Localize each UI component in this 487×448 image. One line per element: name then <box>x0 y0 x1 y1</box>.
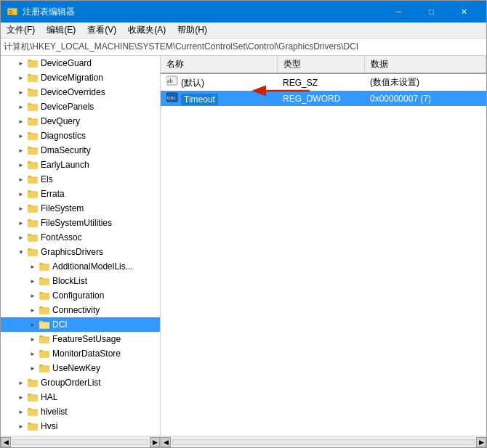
expand-btn-hivelist[interactable]: ► <box>15 406 27 418</box>
tree-label-devicemigration: DeviceMigration <box>41 73 103 83</box>
folder-icon-errata <box>27 188 39 200</box>
tree-label-errata: Errata <box>41 189 65 199</box>
tree-item-earlylaunch[interactable]: ► EarlyLaunch <box>1 158 160 172</box>
folder-icon-graphicsdrivers <box>27 246 39 258</box>
expand-btn-hal[interactable]: ► <box>15 391 27 403</box>
cell-type-0: REG_SZ <box>277 73 364 91</box>
tree-item-errata[interactable]: ► Errata <box>1 187 160 201</box>
expand-btn-diagnostics[interactable]: ► <box>15 130 27 142</box>
menu-edit[interactable]: 编辑(E) <box>41 23 81 38</box>
expand-btn-filesystemutilities[interactable]: ► <box>15 217 27 229</box>
tree-item-additionalmodellist[interactable]: ► AdditionalModelLis... <box>1 259 160 274</box>
right-hscroll[interactable]: ◀ ▶ <box>161 436 486 447</box>
close-button[interactable]: ✕ <box>448 1 480 23</box>
expand-btn-devicemigration[interactable]: ► <box>15 72 27 84</box>
expand-btn-errata[interactable]: ► <box>15 188 27 200</box>
tree-label-usenewkey: UseNewKey <box>52 363 100 373</box>
tree-item-hal[interactable]: ► HAL <box>1 390 160 404</box>
expand-btn-filesystem[interactable]: ► <box>15 203 27 214</box>
tree-item-configuration[interactable]: ► Configuration <box>1 288 160 303</box>
tree-label-featuresetusage: FeatureSetUsage <box>52 334 121 344</box>
menu-file[interactable]: 文件(F) <box>1 23 41 38</box>
tree-label-configuration: Configuration <box>52 290 104 301</box>
tree-item-monitordatastore[interactable]: ► MonitorDataStore <box>1 346 160 361</box>
expand-btn-deviceguard[interactable]: ► <box>15 57 27 69</box>
tree-item-connectivity[interactable]: ► Connectivity <box>1 303 160 317</box>
tree-item-devicemigration[interactable]: ► DeviceMigration <box>1 70 160 85</box>
maximize-button[interactable]: □ <box>415 1 448 23</box>
tree-label-hvsi: Hvsi <box>41 421 57 431</box>
expand-btn-connectivity[interactable]: ► <box>27 304 39 316</box>
expand-btn-devquery[interactable]: ► <box>15 115 27 127</box>
tree-item-usenewkey[interactable]: ► UseNewKey <box>1 361 160 375</box>
scroll-left-btn2[interactable]: ◀ <box>161 437 171 447</box>
menu-view[interactable]: 查看(V) <box>81 23 122 38</box>
expand-btn-devicepanels[interactable]: ► <box>15 101 27 113</box>
folder-icon-grouporderlist <box>27 377 39 388</box>
registry-row-0[interactable]: ab(默认)REG_SZ(数值未设置) <box>161 73 486 91</box>
expand-btn-additionalmodellist[interactable]: ► <box>27 261 39 272</box>
tree-item-dmasecurity[interactable]: ► DmaSecurity <box>1 143 160 158</box>
expand-btn-dmasecurity[interactable]: ► <box>15 144 27 156</box>
tree-item-devicepanels[interactable]: ► DevicePanels <box>1 99 160 114</box>
tree-item-grouporderlist[interactable]: ► GroupOrderList <box>1 375 160 390</box>
registry-row-1[interactable]: 010TimeoutREG_DWORD0x00000007 (7) <box>161 91 486 106</box>
tree-panel[interactable]: ► DeviceGuard► DeviceMigration► DeviceOv… <box>1 56 161 436</box>
expand-btn-grouporderlist[interactable]: ► <box>15 377 27 388</box>
expand-btn-fontassoc[interactable]: ► <box>15 232 27 243</box>
tree-label-els: Els <box>41 174 53 184</box>
col-type[interactable]: 类型 <box>277 56 364 73</box>
col-data[interactable]: 数据 <box>364 56 486 73</box>
tree-label-diagnostics: Diagnostics <box>41 131 86 141</box>
expand-btn-monitordatastore[interactable]: ► <box>27 348 39 359</box>
expand-btn-deviceoverrides[interactable]: ► <box>15 86 27 98</box>
expand-btn-configuration[interactable]: ► <box>27 290 39 301</box>
tree-label-blocklist: BlockList <box>52 276 87 286</box>
tree-label-monitordatastore: MonitorDataStore <box>52 349 121 359</box>
tree-item-deviceguard[interactable]: ► DeviceGuard <box>1 56 160 70</box>
tree-label-hivelist: hivelist <box>41 407 68 417</box>
expand-btn-blocklist[interactable]: ► <box>27 275 39 287</box>
expand-btn-dci[interactable]: ► <box>27 319 39 330</box>
col-name[interactable]: 名称 <box>161 56 277 73</box>
right-scrollbar-track[interactable] <box>172 439 475 445</box>
left-hscroll[interactable]: ◀ ▶ <box>1 436 161 447</box>
tree-item-devquery[interactable]: ► DevQuery <box>1 114 160 129</box>
tree-label-fontassoc: FontAssoc <box>41 232 82 243</box>
tree-label-earlylaunch: EarlyLaunch <box>41 160 89 170</box>
left-scrollbar-track[interactable] <box>12 439 148 445</box>
tree-item-dci[interactable]: ► DCI <box>1 317 160 332</box>
tree-item-filesystem[interactable]: ► FileSystem <box>1 201 160 216</box>
expand-btn-els[interactable]: ► <box>15 174 27 185</box>
tree-item-featuresetusage[interactable]: ► FeatureSetUsage <box>1 332 160 346</box>
expand-btn-earlylaunch[interactable]: ► <box>15 159 27 171</box>
horizontal-scrollbar[interactable]: ◀ ▶ ◀ ▶ <box>1 436 486 447</box>
expand-btn-hvsi[interactable]: ► <box>15 420 27 432</box>
registry-values-panel[interactable]: 名称 类型 数据 ab(默认)REG_SZ(数值未设置)010TimeoutRE… <box>161 56 486 436</box>
expand-btn-usenewkey[interactable]: ► <box>27 362 39 374</box>
menu-help[interactable]: 帮助(H) <box>172 23 213 38</box>
scroll-left-btn[interactable]: ◀ <box>1 437 11 447</box>
folder-icon-hivelist <box>27 406 39 418</box>
tree-item-deviceoverrides[interactable]: ► DeviceOverrides <box>1 85 160 99</box>
right-panel-wrapper: 名称 类型 数据 ab(默认)REG_SZ(数值未设置)010TimeoutRE… <box>161 56 486 436</box>
registry-tbody: ab(默认)REG_SZ(数值未设置)010TimeoutREG_DWORD0x… <box>161 73 486 106</box>
tree-item-els[interactable]: ► Els <box>1 172 160 187</box>
expand-btn-featuresetusage[interactable]: ► <box>27 333 39 345</box>
title-bar: 注册表编辑器 ─ □ ✕ <box>1 1 486 23</box>
expand-btn-graphicsdrivers[interactable]: ▼ <box>15 246 27 258</box>
menu-bar: 文件(F) 编辑(E) 查看(V) 收藏夹(A) 帮助(H) <box>1 23 486 38</box>
tree-label-graphicsdrivers: GraphicsDrivers <box>41 247 103 257</box>
scroll-right-btn2[interactable]: ▶ <box>476 437 486 447</box>
tree-item-graphicsdrivers[interactable]: ▼ GraphicsDrivers <box>1 245 160 259</box>
minimize-button[interactable]: ─ <box>382 1 415 23</box>
tree-item-blocklist[interactable]: ► BlockList <box>1 274 160 288</box>
scroll-right-btn[interactable]: ▶ <box>150 437 160 447</box>
tree-item-diagnostics[interactable]: ► Diagnostics <box>1 129 160 143</box>
tree-item-fontassoc[interactable]: ► FontAssoc <box>1 230 160 245</box>
tree-item-filesystemutilities[interactable]: ► FileSystemUtilities <box>1 216 160 230</box>
tree-item-hvsi[interactable]: ► Hvsi <box>1 419 160 433</box>
menu-favorites[interactable]: 收藏夹(A) <box>122 23 172 38</box>
tree-item-hivelist[interactable]: ► hivelist <box>1 404 160 419</box>
folder-icon-earlylaunch <box>27 159 39 171</box>
